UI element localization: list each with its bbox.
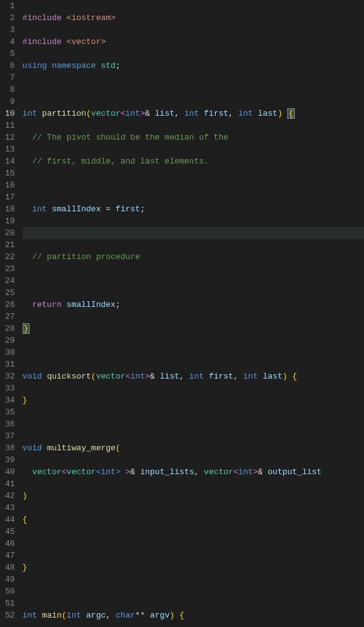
keyword: using: [23, 61, 47, 70]
line-number: 50: [5, 585, 15, 597]
type: int: [238, 467, 253, 477]
code-line: int main(int argc, char** argv) {: [23, 609, 364, 621]
line-number: 40: [5, 466, 15, 478]
variable: smallIndex: [47, 204, 106, 214]
angle: <: [62, 467, 67, 477]
keyword: int: [23, 109, 37, 118]
line-number: 22: [5, 251, 15, 263]
line-number: 47: [5, 550, 15, 562]
brace: {: [287, 372, 297, 381]
line-number: 11: [5, 119, 15, 131]
code-line: }: [23, 394, 364, 406]
param: argc: [81, 611, 106, 620]
function-name: multiway_merge: [47, 443, 116, 453]
line-number: 48: [5, 562, 15, 574]
type: int: [238, 109, 253, 118]
param: list: [150, 109, 175, 118]
code-line: {: [23, 514, 364, 526]
line-number: 4: [5, 36, 15, 48]
line-number: 30: [5, 347, 15, 358]
paren: ): [170, 611, 175, 620]
param: last: [253, 109, 277, 118]
code-line: using namespace std;: [23, 60, 364, 72]
punct: ;: [116, 300, 121, 309]
angle: >: [145, 372, 150, 381]
line-number: 38: [5, 442, 15, 454]
line-number: 32: [5, 370, 15, 382]
param: output_list: [263, 467, 322, 477]
line-number: 23: [5, 263, 15, 275]
line-number: 19: [5, 215, 15, 227]
space: [121, 467, 126, 477]
function-name: quicksort: [47, 372, 91, 381]
variable: smallIndex: [62, 300, 116, 309]
line-number: 25: [5, 287, 15, 299]
code-line: // partition procedure: [23, 251, 364, 263]
type: int: [243, 372, 258, 381]
line-number: 2: [5, 12, 15, 24]
keyword: void: [23, 443, 42, 453]
code-line: [23, 585, 364, 597]
code-line: int smallIndex = first;: [23, 203, 364, 215]
line-number: 35: [5, 406, 15, 418]
code-line: }: [23, 562, 364, 574]
type: vector: [67, 467, 96, 477]
brace: {: [23, 515, 28, 524]
code-line: [23, 84, 364, 96]
op: &: [130, 467, 135, 477]
code-area: #include <iostream> #include <vector> us…: [23, 0, 364, 627]
line-number: 37: [5, 430, 15, 442]
code-line: [23, 347, 364, 358]
paren: ): [282, 372, 287, 381]
type: char: [116, 611, 135, 620]
punct: ,: [233, 372, 243, 381]
code-line: void multiway_merge(: [23, 442, 364, 454]
punct: ,: [179, 372, 189, 381]
punct: ;: [140, 204, 145, 214]
line-number: 49: [5, 574, 15, 585]
op: =: [106, 204, 111, 214]
keyword: namespace: [52, 61, 96, 70]
line-number: 36: [5, 418, 15, 430]
preprocessor: #include: [23, 13, 62, 23]
line-number: 3: [5, 24, 15, 36]
brace-close-highlighted: }: [23, 323, 30, 334]
comment: // first, middle, and last elements.: [32, 157, 209, 166]
line-number: 46: [5, 538, 15, 550]
type: int: [67, 611, 81, 620]
code-line: [23, 179, 364, 191]
punct: ,: [106, 611, 116, 620]
variable: first: [111, 204, 140, 214]
line-number: 13: [5, 143, 15, 155]
comment: // The pivot should be the median of the: [32, 133, 228, 142]
code-line: #include <vector>: [23, 36, 364, 48]
line-number: 44: [5, 514, 15, 526]
type: vector: [204, 467, 233, 477]
line-number: 52: [5, 609, 15, 621]
line-number: 29: [5, 335, 15, 347]
type: int: [125, 109, 140, 118]
punct: ,: [175, 109, 185, 118]
paren: (: [116, 443, 121, 453]
code-line: // The pivot should be the median of the: [23, 131, 364, 143]
line-number: 9: [5, 96, 15, 108]
op: &: [258, 467, 263, 477]
include-path: <vector>: [67, 37, 106, 47]
param: first: [204, 372, 233, 381]
keyword: void: [23, 372, 42, 381]
param: input_lists: [135, 467, 194, 477]
line-number: 39: [5, 454, 15, 466]
line-number: 15: [5, 167, 15, 179]
code-line: #include <iostream>: [23, 12, 364, 24]
line-number: 28: [5, 323, 15, 335]
line-number: 5: [5, 48, 15, 60]
line-number: 1: [5, 0, 15, 12]
line-number: 10: [5, 108, 15, 119]
code-line: [23, 538, 364, 550]
code-line: void quicksort(vector<int>& list, int fi…: [23, 370, 364, 382]
type: vector: [32, 467, 62, 477]
code-line: int partition(vector<int>& list, int fir…: [23, 108, 364, 119]
type: vector: [91, 109, 121, 118]
code-line: vector<vector<int> >& input_lists, vecto…: [23, 466, 364, 478]
function-name: partition: [42, 109, 86, 118]
